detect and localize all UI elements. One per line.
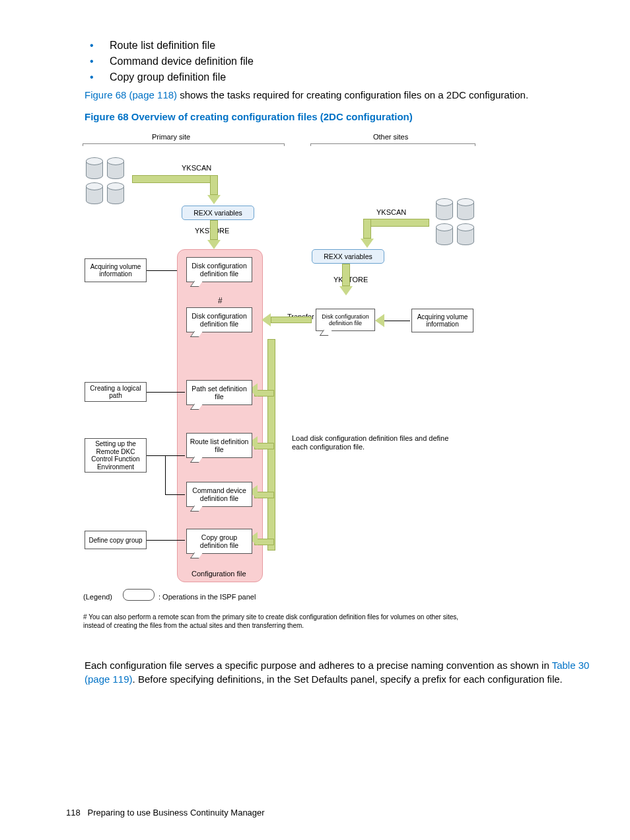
rexx-variables-primary: REXX variables xyxy=(182,206,254,220)
label-ykscan-other: YKSCAN xyxy=(376,208,406,217)
cylinder-icon xyxy=(457,200,474,220)
bullet-item: Command device definition file xyxy=(90,56,590,67)
cylinder-icon xyxy=(86,184,103,204)
connector-line xyxy=(165,494,185,495)
file-pathset: Path set definition file xyxy=(186,380,252,405)
bullet-list: Route list definition file Command devic… xyxy=(85,40,590,83)
legend-text: : Operations in the ISPF panel xyxy=(158,593,256,601)
file-disk-config-2: Disk configuration definition file xyxy=(186,307,252,332)
connector-line xyxy=(147,270,181,271)
file-disk-config-other: Disk configuration definition file xyxy=(316,309,375,331)
arrow-ykscan-other-v xyxy=(363,219,371,239)
arrow-ykscan-primary xyxy=(132,175,218,183)
cylinder-icon xyxy=(86,159,103,179)
arrowhead-left-icon xyxy=(375,314,384,327)
file-disk-config: Disk configuration definition file xyxy=(186,257,252,282)
arrowhead-icon xyxy=(339,286,353,295)
hash-symbol: # xyxy=(218,297,223,306)
arrowhead-icon xyxy=(207,240,221,249)
cylinder-icon xyxy=(436,200,453,220)
page-footer: 118 Preparing to use Business Continuity… xyxy=(66,808,265,818)
arrow-ykscan-primary-v xyxy=(210,175,218,195)
cylinder-icon xyxy=(107,159,124,179)
legend-ispf-box xyxy=(123,589,155,601)
label-other-sites: Other sites xyxy=(373,133,408,141)
label-ykscan: YKSCAN xyxy=(182,164,211,172)
task-acquire-primary: Acquiring volume information xyxy=(85,258,147,282)
arrowhead-left-icon xyxy=(262,313,271,326)
arrowhead-icon xyxy=(207,195,221,204)
connector-line xyxy=(165,455,166,494)
site-primary-bracket xyxy=(83,143,285,146)
cylinder-icon xyxy=(436,225,453,245)
arrow-ykstore-primary xyxy=(210,220,218,240)
task-acquire-other: Acquiring volume information xyxy=(411,309,473,332)
arrow-ykscan-other xyxy=(363,219,429,227)
cylinder-icon xyxy=(107,184,124,204)
cylinder-icon xyxy=(457,225,474,245)
arrowhead-icon xyxy=(361,239,374,248)
label-primary-site: Primary site xyxy=(152,133,190,141)
label-load-note: Load disk configuration definition files… xyxy=(292,434,464,451)
legend-label: (Legend) xyxy=(83,593,112,601)
rexx-variables-other: REXX variables xyxy=(312,249,384,264)
arrow-transfer xyxy=(271,317,312,323)
task-create-path: Creating a logical path xyxy=(85,382,147,402)
bullet-item: Route list definition file xyxy=(90,40,590,52)
label-ykstore-other: YKSTORE xyxy=(333,276,368,284)
file-copygroup: Copy group definition file xyxy=(186,529,252,554)
connector-line xyxy=(147,392,185,393)
figure-caption: Figure 68 Overview of creating configura… xyxy=(85,111,590,122)
footer-chapter: Preparing to use Business Continuity Man… xyxy=(88,808,265,818)
page-number: 118 xyxy=(66,808,81,818)
arrow-ykstore-other xyxy=(342,264,350,286)
connector-line xyxy=(147,540,185,541)
intro-paragraph: Figure 68 (page 118) shows the tasks req… xyxy=(85,89,590,102)
connector-line xyxy=(147,455,185,456)
task-define-copy-group: Define copy group xyxy=(85,531,147,549)
site-other-bracket xyxy=(310,143,475,146)
task-remote-dkc: Setting up the Remote DKC Control Functi… xyxy=(85,438,147,473)
figure-68-diagram: Primary site Other sites YKSCAN REXX var… xyxy=(79,134,479,650)
bullet-item: Copy group definition file xyxy=(90,71,590,83)
closing-paragraph: Each configuration file serves a specifi… xyxy=(85,659,590,686)
file-routelist: Route list definition file xyxy=(186,433,252,458)
diagram-footnote: # You can also perform a remote scan fro… xyxy=(83,613,466,630)
file-cmddev: Command device definition file xyxy=(186,482,252,507)
xref-figure68[interactable]: Figure 68 (page 118) xyxy=(85,89,177,100)
label-config-file: Configuration file xyxy=(192,570,246,578)
